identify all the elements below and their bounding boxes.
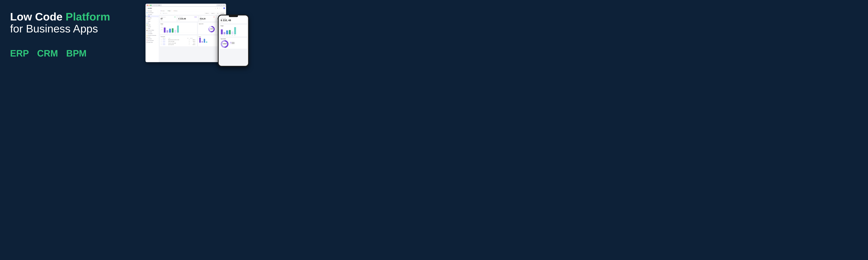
sidebar-item-pr-visions-de-tr-sorerie[interactable]: 💰Prévisions de trésorerie› [146,35,159,36]
sidebar-item-label: CRM [148,16,150,16]
traffic-light-min[interactable] [149,5,150,6]
sidebar-item-comptabilit-[interactable]: 📊Comptabilité› [146,33,159,35]
sidebar-item-facturation[interactable]: 🧮Facturation› [146,31,159,33]
orders-title: Commandes [161,36,196,37]
sidebar-item-gestion-l-affaire[interactable]: 💼Gestion à l'affaire› [146,29,159,31]
sidebar-item-marketing[interactable]: 📣Marketing› [146,17,159,19]
nav-refresh-button[interactable]: ↻ [218,4,220,6]
budget-bar [175,30,176,33]
tabs-icon[interactable]: ⧉ [223,4,225,6]
action-bar: + 🔍 Recherche ↯ Actions ▾ Imprimer ▾ Voi… [159,12,226,15]
kpi-label: Tâches en cours [161,16,176,17]
edit-icon[interactable]: ✎ [161,42,162,44]
edit-icon[interactable]: ✎ [161,44,162,45]
sidebar-item-travail-d-quipe[interactable]: 👥Travail d'équipe› [146,12,159,14]
tab-dot-icon [174,10,174,11]
sidebar-item-ventes[interactable]: 🧾Ventes› [146,19,159,21]
phone-budget-bar [229,30,231,34]
order-product: Iphone 13 pro 2021 [168,44,187,45]
sidebar-item-projet[interactable]: 📁Projet› [146,28,159,29]
tab-close-icon[interactable]: × [165,10,165,11]
tab-label: Projets [168,10,170,11]
sidebar-item-parc-automobile[interactable]: 🚗Parc automobile› [146,40,159,41]
kpi-sub: Heures [199,20,215,21]
sidebar-icon: 📦 [147,37,147,38]
sidebar-item-stocks[interactable]: 📦Stocks› [146,36,159,38]
orders-card: Commandes RéférenceProduitQtéTotal (W.T)… [160,35,197,46]
tab-marketing[interactable]: Marketing× [173,10,179,12]
sidebar-item-production[interactable]: 🏭Production› [146,38,159,40]
home-icon[interactable]: ⌂ [215,8,216,9]
order-total: 1163.24 ⋮ [190,39,196,41]
nav-sidebar-button[interactable]: ▦ [158,4,160,6]
tab-projets[interactable]: Projets× [166,10,172,12]
sidebar-item-contrats[interactable]: 📑Contrats› [146,26,159,28]
search-input[interactable]: 🔍 Recherche [162,12,175,14]
table-row[interactable]: ✎ID#1124iPad Pro 2017 Model3594.39 ⋮ [161,41,196,42]
sidebar-item-support-client[interactable]: 🎧Support client› [146,41,159,43]
star-icon[interactable]: ☆ [219,8,220,9]
sidebar-item-label: Travail d'équipe [148,12,153,13]
tab-close-icon[interactable]: × [178,10,178,11]
browser-window: ‹ › ▦ ↻ ⇪ ⧉ ≡ axelor ⌂ ✉ ☆ ♡ Co 💬Messeng… [146,4,226,62]
share-icon[interactable]: ⇪ [221,4,222,6]
table-row[interactable]: ✎ID#1126Iphone 13 pro 202111146.48 ⋮ [161,44,196,45]
sidebar-icon: 🛒 [147,21,147,22]
sidebar-icon: 📁 [147,28,147,29]
sidebar-icon: ✅ [147,25,147,26]
send-button[interactable]: ✉ Envoyer [220,12,225,14]
sidebar-item-label: Prévisions de trésorerie [148,35,156,36]
menu-icon[interactable]: ≡ [147,8,147,9]
phone-opp-card: Opportunités 10 000,00Opportunités 5 000… [220,38,247,49]
order-total: 76.95 ⋮ [190,42,196,44]
nav-back-button[interactable]: ‹ [153,4,155,6]
sidebar-icon: 🧩 [147,16,147,17]
tab-close-icon[interactable]: × [171,10,172,11]
order-qty: 9 [187,42,190,44]
sidebar-icon: 👤 [147,23,147,24]
kpi-card: all resultsCoût du projet6 210,48Euros [178,16,198,22]
kpi-value: 6 210,48 [179,18,197,20]
duree-bar [202,41,203,42]
phone-budget-bar [231,31,234,34]
order-ref: ID#1124 [162,41,168,42]
mail-icon[interactable]: ✉ [217,8,218,9]
phone-budget-card: Budget OktNovDecJanFebMar [220,25,247,37]
avatar[interactable]: Co [223,7,225,9]
phone-frame: Coût du projet 6 210, 48 Euros Budget Ok… [218,14,249,67]
sidebar-item-label: Projet [148,28,150,29]
phone-budget-bar [221,29,223,34]
sidebar-icon: 🧾 [147,20,147,20]
sidebar-item-messenger[interactable]: 💬Messenger› [146,10,159,12]
orders-table: RéférenceProduitQtéTotal (W.T) ✎ID#1123M… [161,38,196,45]
phone-budget-bar [226,30,228,34]
add-button[interactable]: + [160,12,161,14]
nav-fwd-button[interactable]: › [156,4,157,6]
sidebar-icon: 💼 [147,30,147,31]
opp-donut-chart: 10 200Opportunités [208,26,215,32]
table-row[interactable]: ✎ID#1125Gopro hero 7 (with receipt)976.9… [161,42,196,44]
traffic-light-max[interactable] [150,5,151,6]
url-bar[interactable] [162,4,217,6]
sidebar-item-achats[interactable]: 🛒Achats› [146,21,159,22]
bell-icon[interactable]: ♡ [221,8,222,9]
traffic-light-close[interactable] [147,5,148,6]
kpi-badge: all results [194,16,197,17]
sidebar-icon: 📑 [147,26,147,27]
tab-label: Marketing [174,10,177,11]
kpi-card: +8%Tâches en cours47Tâches [160,16,177,22]
view-button[interactable]: Voir [216,12,219,14]
budget-bar [164,28,166,33]
actions-button[interactable]: ↯ Actions ▾ [204,12,210,14]
sidebar-icon: 🧮 [147,32,147,32]
sidebar-item-documents[interactable]: 📄Documents› [146,14,159,15]
sidebar-item-qualit-[interactable]: ✅Qualité› [146,24,159,26]
print-button[interactable]: Imprimer ▾ [210,12,216,14]
sidebar-item-label: Qualité [148,25,150,26]
tab-messenger[interactable]: Messenger× [159,10,166,12]
table-row[interactable]: ✎ID#1123Macbook Pro 16 inch (2022 ) For … [161,39,196,41]
edit-icon[interactable]: ✎ [161,41,162,42]
sidebar-item-rh[interactable]: 👤RH› [146,22,159,24]
sidebar-item-crm[interactable]: 🧩CRM› [146,15,159,17]
edit-icon[interactable]: ✎ [161,39,162,41]
